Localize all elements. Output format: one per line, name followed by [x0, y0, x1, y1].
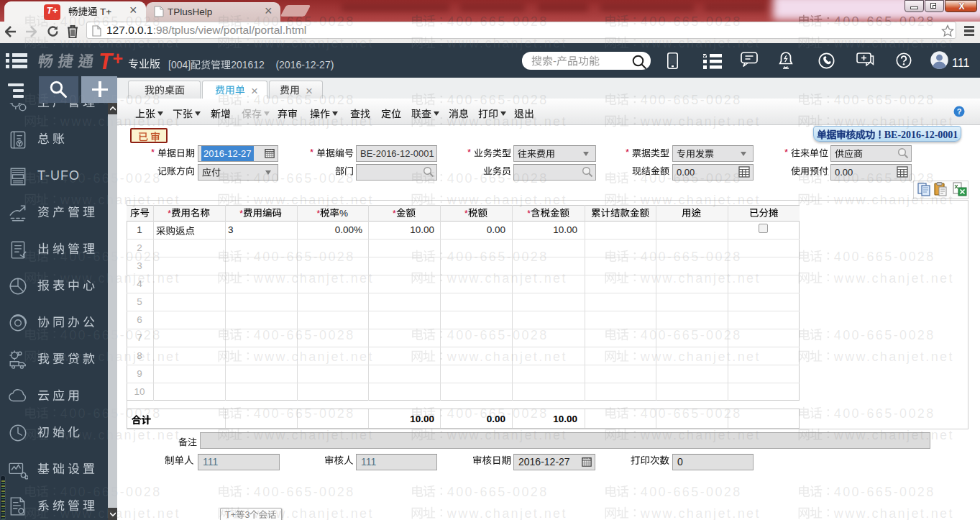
svg-text:?: ?: [957, 107, 962, 116]
